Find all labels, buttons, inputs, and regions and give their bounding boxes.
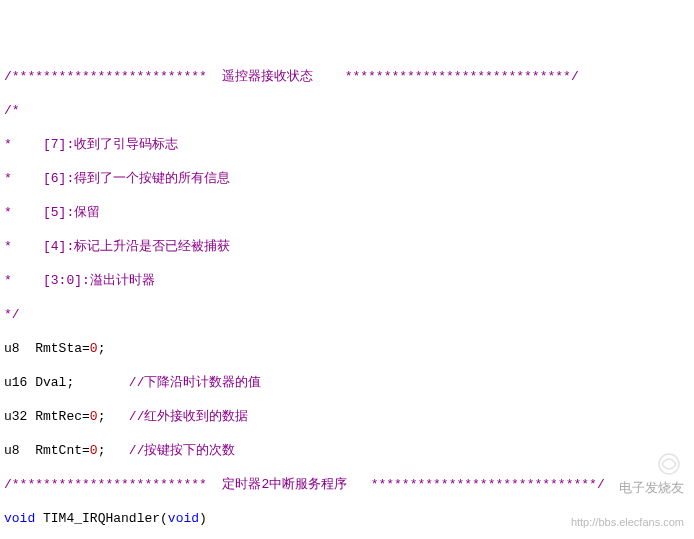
comment-header-2: /************************* 定时器2中断服务程序 **…: [0, 476, 694, 493]
comment-block-end: */: [0, 306, 694, 323]
comment-bit4: * [4]:标记上升沿是否已经被捕获: [0, 238, 694, 255]
comment-bit7: * [7]:收到了引导码标志: [0, 136, 694, 153]
decl-dval: u16 Dval; //下降沿时计数器的值: [0, 374, 694, 391]
comment-bit6: * [6]:得到了一个按键的所有信息: [0, 170, 694, 187]
decl-rmtsta: u8 RmtSta=0;: [0, 340, 694, 357]
comment-bit30: * [3:0]:溢出计时器: [0, 272, 694, 289]
decl-rmtcnt: u8 RmtCnt=0; //按键按下的次数: [0, 442, 694, 459]
comment-block-start: /*: [0, 102, 694, 119]
comment-header-1: /************************* 遥控器接收状态 *****…: [0, 68, 694, 85]
decl-rmtrec: u32 RmtRec=0; //红外接收到的数据: [0, 408, 694, 425]
func-signature: void TIM4_IRQHandler(void): [0, 510, 694, 527]
comment-bit5: * [5]:保留: [0, 204, 694, 221]
